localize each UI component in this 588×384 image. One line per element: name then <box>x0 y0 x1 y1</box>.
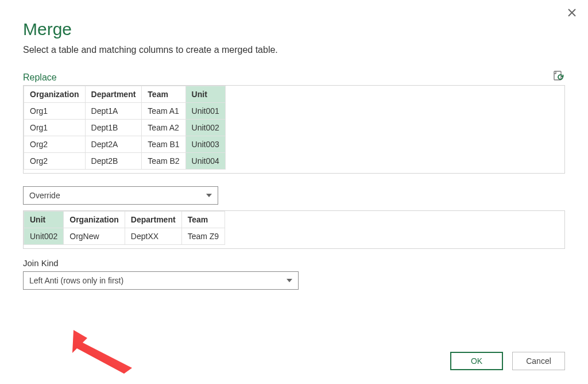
annotation-arrow <box>63 328 144 374</box>
table-cell: Team A1 <box>142 103 185 120</box>
table-cell: Dept2A <box>85 136 142 153</box>
table-cell: Unit001 <box>185 103 225 120</box>
close-button[interactable] <box>564 5 580 21</box>
column-header[interactable]: Department <box>85 86 142 103</box>
table-cell: Unit002 <box>185 120 225 136</box>
table-cell: Dept2B <box>85 153 142 170</box>
chevron-down-icon <box>206 194 212 197</box>
join-kind-value: Left Anti (rows only in first) <box>29 276 123 285</box>
table-row[interactable]: Org2Dept2BTeam B2Unit004 <box>24 153 226 170</box>
column-header[interactable]: Organization <box>64 212 125 228</box>
table-cell: DeptXX <box>125 228 181 245</box>
second-table-select-value: Override <box>29 191 60 200</box>
column-header[interactable]: Unit <box>185 86 225 103</box>
table-cell: Team Z9 <box>181 228 225 245</box>
table-cell: Org1 <box>24 103 86 120</box>
table-cell: Unit002 <box>24 228 64 245</box>
dialog-intro: Select a table and matching columns to c… <box>23 45 565 55</box>
join-kind-label: Join Kind <box>23 258 565 268</box>
first-table-preview[interactable]: OrganizationDepartmentTeamUnitOrg1Dept1A… <box>23 85 565 174</box>
cancel-button[interactable]: Cancel <box>512 352 565 370</box>
table-cell: Org1 <box>24 120 86 136</box>
table-cell: Unit004 <box>185 153 225 170</box>
table-row[interactable]: Org2Dept2ATeam B1Unit003 <box>24 136 226 153</box>
refresh-icon <box>552 70 565 83</box>
svg-marker-1 <box>72 330 132 374</box>
first-table-label: Replace <box>23 72 57 83</box>
column-header[interactable]: Team <box>181 212 225 228</box>
table-row[interactable]: Org1Dept1BTeam A2Unit002 <box>24 120 226 136</box>
table-row[interactable]: Org1Dept1ATeam A1Unit001 <box>24 103 226 120</box>
refresh-preview-button[interactable] <box>552 70 565 83</box>
table-cell: Unit003 <box>185 136 225 153</box>
table-cell: Org2 <box>24 153 86 170</box>
join-kind-select[interactable]: Left Anti (rows only in first) <box>23 271 299 290</box>
second-table-preview[interactable]: UnitOrganizationDepartmentTeamUnit002Org… <box>23 210 565 249</box>
table-cell: Team B1 <box>142 136 185 153</box>
column-header[interactable]: Unit <box>24 212 64 228</box>
second-table-select[interactable]: Override <box>23 186 218 205</box>
column-header[interactable]: Organization <box>24 86 86 103</box>
table-cell: Org2 <box>24 136 86 153</box>
column-header[interactable]: Team <box>142 86 185 103</box>
table-row[interactable]: Unit002OrgNewDeptXXTeam Z9 <box>24 228 225 245</box>
table-cell: Team A2 <box>142 120 185 136</box>
table-cell: Dept1B <box>85 120 142 136</box>
column-header[interactable]: Department <box>125 212 181 228</box>
table-cell: OrgNew <box>64 228 125 245</box>
table-cell: Dept1A <box>85 103 142 120</box>
close-icon <box>567 8 577 17</box>
svg-rect-0 <box>554 71 561 80</box>
ok-button[interactable]: OK <box>450 352 503 370</box>
dialog-title: Merge <box>23 20 565 39</box>
table-cell: Team B2 <box>142 153 185 170</box>
chevron-down-icon <box>287 279 292 282</box>
